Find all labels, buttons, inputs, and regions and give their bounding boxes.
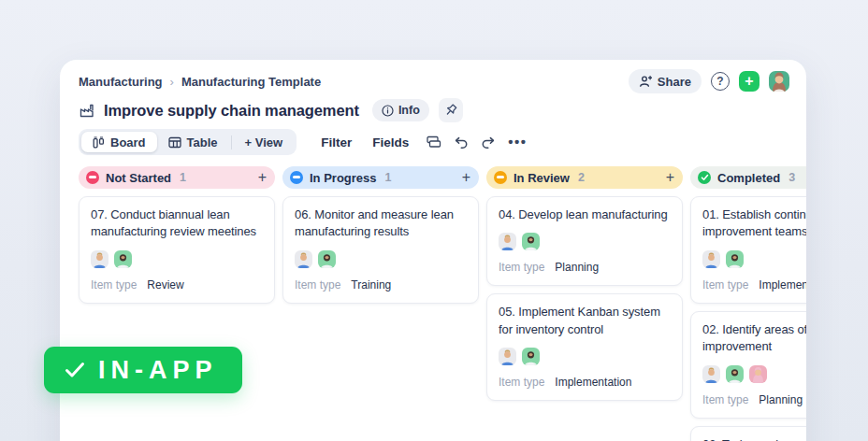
item-type-label: Item type [295,278,340,292]
avatar-blond-man [499,348,516,365]
task-card[interactable]: 04. Develop lean manufacturing Item type… [486,196,683,286]
item-type-row: Item type Review [91,278,263,292]
column-count: 1 [180,171,258,184]
status-in-progress-icon [290,171,303,184]
item-type-row: Item type Planning [702,393,806,406]
column-header-in-review[interactable]: In Review 2 + [486,166,683,189]
kanban-column-in-review: In Review 2 + 04. Develop lean manufactu… [486,166,683,401]
undo-icon[interactable] [454,135,469,149]
status-completed-icon [698,171,711,184]
view-tab-group: Board Table + View [79,129,297,155]
task-card[interactable]: 07. Conduct biannual lean manufacturing … [79,196,275,304]
tab-add-view-label: + View [245,135,283,149]
avatar-woman-teal [769,71,789,92]
item-type-label: Item type [499,261,544,274]
avatar-blond-man [91,250,108,268]
assignee-avatars [499,348,671,365]
item-type-label: Item type [499,376,544,389]
task-title: 04. Develop lean manufacturing [499,206,671,223]
add-card-button[interactable]: + [666,170,674,185]
tab-board-label: Board [110,135,146,149]
column-header-not-started[interactable]: Not Started 1 + [79,166,275,189]
item-type-row: Item type Implementation [702,278,806,292]
user-avatar[interactable] [769,71,789,92]
more-options-button[interactable]: ••• [508,137,527,147]
in-app-badge: IN-APP [44,347,242,393]
pin-icon [443,103,458,118]
column-count: 3 [788,171,806,184]
page-title: Improve supply chain management [104,102,359,120]
column-header-completed[interactable]: Completed 3 + [690,166,806,189]
factory-icon [79,102,95,119]
item-type-value: Training [351,278,391,292]
tab-table-label: Table [187,135,218,149]
item-type-value: Review [147,278,183,292]
task-title: 03. Train employees on lean principles [702,436,806,441]
in-app-label: IN-APP [98,358,218,383]
item-type-value: Implementation [759,278,806,292]
help-button[interactable]: ? [711,72,730,91]
task-card[interactable]: 06. Monitor and measure lean manufacturi… [282,196,479,304]
window-top-bar: Manufacturing › Manufacturing Template S… [79,71,806,92]
question-mark-icon: ? [716,75,723,88]
add-card-button[interactable]: + [258,170,267,185]
avatar-blond-man [702,250,720,268]
top-actions: Share ? + [629,69,789,93]
avatar-bearded-man [726,365,744,383]
redo-icon[interactable] [481,135,496,149]
assignee-avatars [702,365,806,383]
add-card-button[interactable]: + [462,170,470,185]
info-label: Info [398,104,420,117]
breadcrumb-item-template[interactable]: Manufacturing Template [181,75,321,89]
tab-table[interactable]: Table [157,132,229,152]
task-title: 07. Conduct biannual lean manufacturing … [91,206,263,241]
kanban-column-not-started: Not Started 1 + 07. Conduct biannual lea… [79,166,275,304]
checkmark-icon [65,362,85,378]
avatar-blond-man [295,250,312,268]
pin-button[interactable] [439,98,463,122]
tab-add-view[interactable]: + View [234,132,295,152]
kanban-column-in-progress: In Progress 1 + 06. Monitor and measure … [282,166,479,304]
breadcrumb-separator: › [170,75,174,89]
board-view-icon [93,136,105,149]
column-title: Not Started [106,171,171,185]
avatar-bearded-man [522,348,540,365]
column-header-in-progress[interactable]: In Progress 1 + [282,166,479,189]
add-button[interactable]: + [739,71,760,92]
share-label: Share [658,75,691,89]
task-card[interactable]: 02. Identify areas of improvement Item t… [690,311,806,419]
breadcrumb-item-manufacturing[interactable]: Manufacturing [79,75,163,89]
tab-board[interactable]: Board [81,132,157,152]
column-count: 2 [578,171,666,184]
assignee-avatars [91,250,263,268]
filter-button[interactable]: Filter [321,135,352,149]
toolbar-icons: ••• [426,135,527,149]
task-card[interactable]: 03. Train employees on lean principles I… [690,426,806,441]
column-title: In Progress [310,171,377,185]
task-title: 01. Establish continuous improvement tea… [702,206,806,241]
task-card[interactable]: 05. Implement Kanban system for inventor… [486,293,683,401]
status-in-review-icon [494,171,507,184]
kanban-board: Not Started 1 + 07. Conduct biannual lea… [79,166,806,441]
table-view-icon [168,136,181,149]
item-type-row: Item type Implementation [499,376,671,389]
item-type-value: Planning [759,393,803,406]
tab-divider [231,135,232,149]
status-not-started-icon [86,171,99,184]
column-count: 1 [385,171,462,184]
info-button[interactable]: Info [372,99,429,121]
task-title: 02. Identify areas of improvement [702,321,806,356]
title-row: Improve supply chain management Info [79,99,806,121]
column-title: Completed [717,171,780,185]
item-type-label: Item type [702,393,748,406]
info-icon [382,105,394,117]
share-button[interactable]: Share [629,69,702,93]
assignee-avatars [499,233,671,250]
breadcrumb: Manufacturing › Manufacturing Template [79,75,321,89]
fields-button[interactable]: Fields [372,135,409,149]
task-title: 06. Monitor and measure lean manufacturi… [295,206,467,241]
avatar-bearded-man [318,250,336,268]
task-card[interactable]: 01. Establish continuous improvement tea… [690,196,806,304]
group-swimlane-icon[interactable] [426,135,441,149]
assignee-avatars [295,250,467,268]
